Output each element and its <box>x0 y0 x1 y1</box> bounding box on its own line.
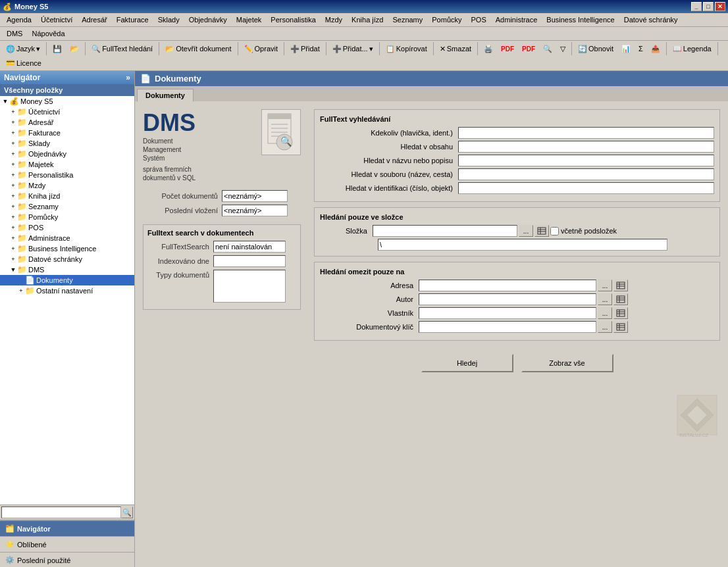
last-added-input[interactable] <box>222 205 288 216</box>
tree-item-adresat[interactable]: + 📁 Adresář <box>0 117 134 128</box>
search-icon: 🔍 <box>91 45 101 53</box>
toolbar-legenda[interactable]: 📖 Legenda <box>669 43 715 55</box>
ft-input-3[interactable] <box>458 168 714 180</box>
menu-ucetnictvi[interactable]: Účetnictví <box>37 14 76 25</box>
menu-objednavky[interactable]: Objednávky <box>185 14 231 25</box>
indexed-input[interactable] <box>213 255 286 267</box>
minimize-button[interactable]: _ <box>691 2 702 11</box>
toolbar-jazyk[interactable]: 🌐 Jazyk ▾ <box>3 43 43 55</box>
ft-input-4[interactable] <box>458 182 714 194</box>
toolbar-edit[interactable]: ✏️ Opravit <box>241 43 281 55</box>
tree-item-administrace[interactable]: + 📁 Administrace <box>0 233 134 243</box>
vcetne-checkbox[interactable] <box>550 227 559 235</box>
tree-item-majetek[interactable]: + 📁 Majetek <box>0 159 134 170</box>
vlastnik-table-btn[interactable] <box>613 307 628 319</box>
tab-oblibene[interactable]: ⭐ Oblíbené <box>0 536 134 552</box>
omezit-autor-input[interactable] <box>419 293 596 305</box>
menu-seznamy[interactable]: Seznamy <box>388 14 427 25</box>
tab-navigator[interactable]: 🗂️ Navigátor <box>0 520 134 536</box>
maximize-button[interactable]: □ <box>703 2 714 11</box>
tree-item-dokumenty[interactable]: 📄 Dokumenty <box>0 275 134 285</box>
menu-datove-schranky[interactable]: Datové schránky <box>620 14 682 25</box>
omezit-vlastnik-input[interactable] <box>419 307 596 319</box>
toolbar-pdf1[interactable]: PDF <box>498 43 517 55</box>
klic-browse-btn[interactable]: ... <box>598 321 612 333</box>
menu-napoveda[interactable]: Nápověda <box>28 28 68 39</box>
menu-dms[interactable]: DMS <box>3 28 26 39</box>
autor-table-btn[interactable] <box>613 293 628 305</box>
toolbar-separator-4 <box>238 42 238 55</box>
tree-item-objednavky[interactable]: + 📁 Objednávky <box>0 149 134 159</box>
toolbar-copy[interactable]: 📋 Kopírovat <box>382 43 430 55</box>
menu-kniha-jizd[interactable]: Kniha jízd <box>348 14 387 25</box>
tree-item-mzdy[interactable]: + 📁 Mzdy <box>0 180 134 191</box>
toolbar-refresh[interactable]: 🔄 Obnovit <box>575 43 617 55</box>
nav-search-input[interactable] <box>1 506 121 518</box>
omezit-adresa-input[interactable] <box>419 280 596 291</box>
toolbar-licence[interactable]: 💳 Licence <box>3 57 45 69</box>
menu-fakturace[interactable]: Fakturace <box>113 14 153 25</box>
menu-pos[interactable]: POS <box>467 14 490 25</box>
toolbar-save[interactable]: 💾 <box>49 43 65 55</box>
toolbar-open-folder[interactable]: 📂 <box>66 43 82 55</box>
toolbar-print[interactable]: 🖨️ <box>481 43 496 55</box>
tree-item-ostatni[interactable]: + 📁 Ostatní nastavení <box>0 285 134 296</box>
menu-mzdy[interactable]: Mzdy <box>321 14 346 25</box>
slozka-input[interactable] <box>373 225 517 237</box>
menu-sklady[interactable]: Sklady <box>154 14 184 25</box>
count-input[interactable] <box>222 190 288 202</box>
tree-item-personalistika[interactable]: + 📁 Personalistika <box>0 170 134 180</box>
adresa-table-btn[interactable] <box>613 280 628 291</box>
tree-item-ucetnictvi[interactable]: + 📁 Účetnictví <box>0 107 134 117</box>
toolbar-export[interactable]: 📤 <box>648 43 663 55</box>
nav-search-button[interactable]: 🔍 <box>121 506 133 518</box>
omezit-klic-input[interactable] <box>419 321 596 333</box>
toolbar-open-doc[interactable]: 📂 Otevřít dokument <box>162 43 234 55</box>
toolbar-fulltext-search[interactable]: 🔍 FullText hledání <box>88 43 156 55</box>
autor-browse-btn[interactable]: ... <box>598 293 612 305</box>
fulltext-search-input[interactable] <box>213 241 286 253</box>
toolbar-delete[interactable]: ✕ Smazat <box>436 43 475 55</box>
search-button[interactable]: Hledej <box>421 354 513 372</box>
tab-posledni[interactable]: ⚙️ Poslední použité <box>0 552 134 567</box>
tree-item-pos[interactable]: + 📁 POS <box>0 222 134 233</box>
tab-dokumenty[interactable]: Dokumenty <box>137 89 194 102</box>
toolbar-find[interactable]: 🔍 <box>540 43 556 55</box>
toolbar-add[interactable]: ➕ Přidat <box>287 43 323 55</box>
types-textarea[interactable] <box>213 270 286 303</box>
tree-item-fakturace[interactable]: + 📁 Fakturace <box>0 128 134 138</box>
slozka-browse-btn[interactable]: ... <box>519 225 533 237</box>
klic-table-btn[interactable] <box>613 321 628 333</box>
toolbar-add-more[interactable]: ➕ Přidat... ▾ <box>329 43 377 55</box>
tree-item-dms[interactable]: ▼ 📁 DMS <box>0 264 134 275</box>
slozka-table-btn[interactable] <box>534 225 549 237</box>
tree-item-bi[interactable]: + 📁 Business Intelligence <box>0 243 134 254</box>
vlastnik-browse-btn[interactable]: ... <box>598 307 612 319</box>
menu-bi[interactable]: Business Intelligence <box>542 14 618 25</box>
tree-item-kniha-jizd[interactable]: + 📁 Kniha jízd <box>0 191 134 201</box>
ft-input-2[interactable] <box>458 155 714 166</box>
toolbar-sum[interactable]: Σ <box>635 43 646 55</box>
tree-item-money55[interactable]: ▼ 💰 Money S5 <box>0 96 134 107</box>
toolbar-excel[interactable]: 📊 <box>618 43 634 55</box>
toolbar-filter[interactable]: ▽ <box>557 43 569 55</box>
ft-input-1[interactable] <box>458 141 714 153</box>
menu-majetek[interactable]: Majetek <box>232 14 266 25</box>
toolbar-pdf2[interactable]: PDF <box>519 43 538 55</box>
tree-item-sklady[interactable]: + 📁 Sklady <box>0 138 134 149</box>
menu-administrace[interactable]: Administrace <box>492 14 542 25</box>
slozka-path-input[interactable] <box>378 239 667 251</box>
tree-item-datove-schranky[interactable]: + 📁 Datové schránky <box>0 254 134 264</box>
menu-personalistika[interactable]: Personalistika <box>267 14 319 25</box>
adresa-browse-btn[interactable]: ... <box>598 280 612 291</box>
menu-pomucky[interactable]: Pomůcky <box>428 14 465 25</box>
ft-input-0[interactable] <box>458 127 714 139</box>
tree-item-seznamy[interactable]: + 📁 Seznamy <box>0 201 134 212</box>
close-button[interactable]: ✕ <box>715 2 725 11</box>
menu-agenda[interactable]: Agenda <box>3 14 36 25</box>
menu-adresat[interactable]: Adresář <box>78 14 111 25</box>
globe-icon: 🌐 <box>6 45 15 53</box>
navigator-collapse-button[interactable]: » <box>126 73 130 82</box>
tree-item-pomucky[interactable]: + 📁 Pomůcky <box>0 212 134 222</box>
show-all-button[interactable]: Zobraz vše <box>521 354 613 372</box>
